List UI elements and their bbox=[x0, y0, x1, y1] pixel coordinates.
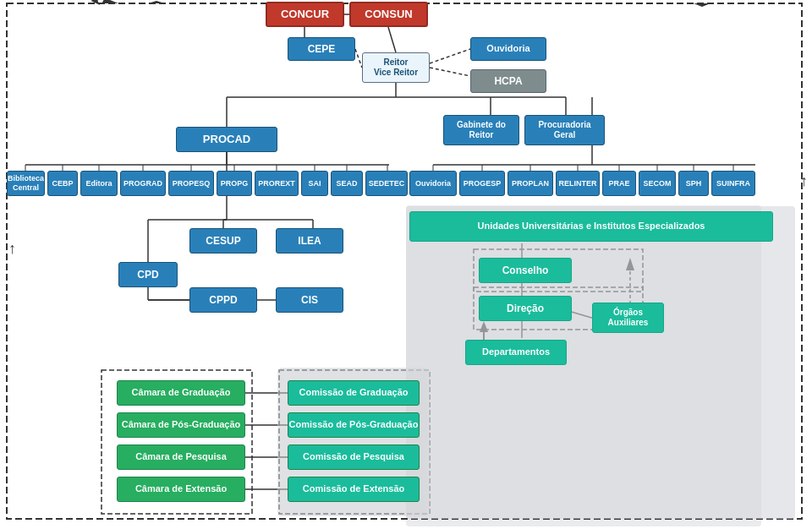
suinfra-box: SUINFRA bbox=[711, 171, 755, 196]
ouvidoria2-box: Ouvidoria bbox=[409, 171, 457, 196]
proplan-box: PROPLAN bbox=[508, 171, 553, 196]
camara-grad-box: Câmara de Graduação bbox=[117, 380, 245, 406]
sedetec-box: SEDETEC bbox=[365, 171, 408, 196]
orgaos-box: ÓrgãosAuxiliares bbox=[592, 303, 664, 333]
editora-box: Editora bbox=[80, 171, 118, 196]
ouvidoria-top-box: Ouvidoria bbox=[470, 37, 546, 61]
ilea-box: ILEA bbox=[276, 228, 343, 254]
comissao-pesq-box: Comissão de Pesquisa bbox=[288, 444, 420, 470]
gabinete-box: Gabinete doReitor bbox=[443, 115, 519, 145]
cesup-box: CESUP bbox=[189, 228, 257, 254]
sai-box: SAI bbox=[301, 171, 328, 196]
concur-box: CONCUR bbox=[266, 2, 344, 27]
unidades-box: Unidades Universitárias e Institutos Esp… bbox=[409, 211, 773, 242]
svg-text:↑: ↑ bbox=[8, 240, 16, 257]
svg-line-9 bbox=[388, 27, 396, 52]
svg-marker-3 bbox=[694, 3, 710, 7]
departamentos-box: Departamentos bbox=[465, 340, 567, 365]
unidades-panel bbox=[406, 206, 795, 519]
procad-box: PROCAD bbox=[176, 127, 277, 152]
svg-text:↑: ↑ bbox=[800, 172, 808, 189]
camara-pos-box: Câmara de Pós-Graduação bbox=[117, 412, 245, 438]
propg-box: PROPG bbox=[217, 171, 252, 196]
svg-line-11 bbox=[430, 49, 470, 63]
cepe-box: CEPE bbox=[288, 37, 355, 61]
secom-box: SECOM bbox=[639, 171, 676, 196]
svg-text:➤: ➤ bbox=[100, 0, 111, 7]
cppd-box: CPPD bbox=[189, 287, 257, 313]
sph-box: SPH bbox=[678, 171, 709, 196]
direcao-box: Direção bbox=[479, 296, 572, 321]
prograd-box: PROGRAD bbox=[120, 171, 166, 196]
svg-line-10 bbox=[355, 49, 362, 68]
org-chart: ➤ ➤ ↑ ↑ bbox=[0, 0, 812, 529]
prae-box: PRAE bbox=[602, 171, 636, 196]
sead-box: SEAD bbox=[331, 171, 363, 196]
svg-text:➤: ➤ bbox=[91, 0, 102, 8]
prorext-box: PROREXT bbox=[255, 171, 299, 196]
svg-marker-2 bbox=[102, 0, 118, 3]
comissao-ext-box: Comissão de Extensão bbox=[288, 477, 420, 502]
procuradoria-box: ProcuradoriaGeral bbox=[524, 115, 605, 145]
conselho-box: Conselho bbox=[479, 258, 572, 283]
svg-line-12 bbox=[430, 68, 470, 76]
cpd-box: CPD bbox=[118, 262, 178, 287]
consun-box: CONSUN bbox=[349, 2, 428, 27]
biblioteca-box: BibliotecaCentral bbox=[7, 171, 45, 196]
camara-pesq-box: Câmara de Pesquisa bbox=[117, 444, 245, 470]
cebp-box: CEBP bbox=[47, 171, 78, 196]
propesq-box: PROPESQ bbox=[168, 171, 214, 196]
relinter-box: RELINTER bbox=[556, 171, 600, 196]
progesp-box: PROGESP bbox=[459, 171, 505, 196]
comissao-pos-box: Comissão de Pós-Graduação bbox=[288, 412, 420, 438]
hcpa-box: HCPA bbox=[470, 69, 546, 93]
reitor-box: ReitorVice Reitor bbox=[362, 52, 430, 83]
camara-ext-box: Câmara de Extensão bbox=[117, 477, 245, 502]
cis-box: CIS bbox=[276, 287, 343, 313]
comissao-grad-box: Comissão de Graduação bbox=[288, 380, 420, 406]
svg-marker-73 bbox=[148, 1, 165, 3]
